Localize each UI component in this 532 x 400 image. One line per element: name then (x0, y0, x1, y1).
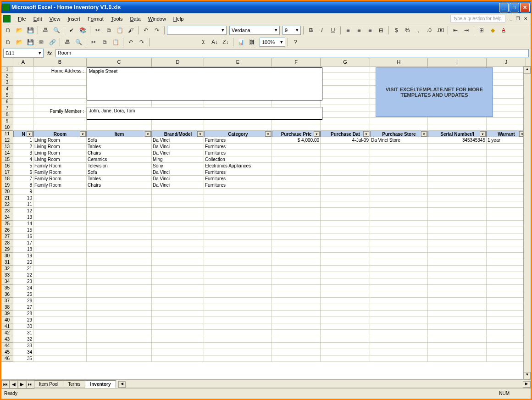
cell[interactable]: Living Room (33, 156, 87, 163)
cell[interactable] (272, 349, 321, 356)
cell[interactable] (321, 285, 370, 291)
new-button[interactable]: 🗋 (3, 25, 13, 35)
filter-header[interactable]: Brand/Model▼ (152, 131, 204, 137)
tab-nav-first[interactable]: ⏮ (1, 380, 10, 389)
cell[interactable] (272, 214, 321, 221)
cell[interactable] (321, 253, 370, 259)
cell[interactable] (204, 304, 272, 311)
cell[interactable] (428, 246, 487, 253)
cell[interactable] (272, 304, 321, 311)
cell[interactable]: Furnitures (204, 169, 272, 176)
cell[interactable] (87, 253, 152, 259)
cell[interactable] (204, 259, 272, 266)
cell[interactable]: Furnitures (204, 144, 272, 150)
cell[interactable]: Da Vinci (152, 150, 204, 156)
filter-header[interactable]: Purchase Pric▼ (272, 131, 321, 137)
borders-button[interactable]: ⊞ (477, 25, 487, 35)
cell[interactable] (272, 176, 321, 182)
zoom-combo[interactable]: 100%▾ (260, 38, 285, 47)
cell[interactable] (370, 330, 428, 336)
cell[interactable]: Furnitures (204, 182, 272, 189)
horizontal-scrollbar[interactable]: ◀ ▶ (118, 381, 531, 388)
cell[interactable] (487, 214, 526, 221)
cell[interactable] (487, 330, 526, 336)
cell[interactable] (272, 182, 321, 189)
family-member-box[interactable]: John, Jane, Dora, Tom (87, 107, 322, 120)
cell[interactable] (370, 246, 428, 253)
cell[interactable] (487, 163, 526, 169)
cell[interactable] (370, 356, 428, 362)
cell[interactable] (321, 201, 370, 208)
row-header[interactable]: 17 (1, 169, 13, 176)
cell[interactable]: $ 4,000.00 (272, 137, 321, 144)
cell[interactable] (370, 349, 428, 356)
cell[interactable] (152, 240, 204, 246)
cell[interactable] (370, 214, 428, 221)
cell[interactable] (204, 323, 272, 330)
cell[interactable] (487, 304, 526, 311)
cell[interactable]: 20 (13, 259, 33, 266)
cell[interactable] (33, 356, 87, 362)
cell[interactable] (321, 272, 370, 278)
cell[interactable] (87, 266, 152, 272)
cell[interactable] (87, 259, 152, 266)
cell[interactable] (13, 124, 33, 131)
cell[interactable] (487, 208, 526, 214)
cell[interactable]: Family Room (33, 176, 87, 182)
cell[interactable] (204, 330, 272, 336)
cell[interactable] (428, 208, 487, 214)
tb2-btn-11[interactable]: ↶ (126, 37, 136, 47)
cell[interactable] (370, 195, 428, 201)
vertical-scrollbar[interactable]: ▲ ▼ (523, 67, 531, 379)
cell[interactable] (33, 124, 87, 131)
cell[interactable] (152, 356, 204, 362)
cell[interactable] (204, 336, 272, 343)
cell[interactable] (370, 233, 428, 240)
cell[interactable] (487, 221, 526, 227)
name-box[interactable]: B11▾ (3, 49, 44, 58)
filter-header[interactable]: Room▼ (33, 131, 87, 137)
comma-button[interactable]: , (413, 25, 423, 35)
autosum-button[interactable]: Σ (199, 37, 209, 47)
currency-button[interactable]: $ (391, 25, 401, 35)
tab-nav-prev[interactable]: ◀ (10, 380, 18, 389)
cell[interactable] (33, 253, 87, 259)
align-center-button[interactable]: ≡ (354, 25, 364, 35)
filter-dropdown-icon[interactable]: ▼ (27, 131, 33, 137)
cell[interactable]: 5 (13, 163, 33, 169)
cell[interactable] (487, 189, 526, 195)
cell[interactable] (321, 330, 370, 336)
cell[interactable] (204, 189, 272, 195)
cell[interactable] (321, 208, 370, 214)
column-header-H[interactable]: H (370, 58, 428, 66)
cell[interactable]: 6 (13, 169, 33, 176)
cell[interactable] (370, 163, 428, 169)
cell[interactable]: 34 (13, 349, 33, 356)
cell[interactable] (33, 323, 87, 330)
cell[interactable] (204, 298, 272, 304)
doc-restore-button[interactable]: ❐ (515, 16, 521, 21)
redo-button[interactable]: ↷ (152, 25, 162, 35)
cell[interactable] (204, 208, 272, 214)
italic-button[interactable]: I (317, 25, 327, 35)
cell[interactable] (87, 330, 152, 336)
cell[interactable] (204, 356, 272, 362)
format-painter-button[interactable]: 🖌 (126, 25, 136, 35)
row-header[interactable]: 37 (1, 298, 13, 304)
select-all-corner[interactable] (1, 58, 13, 66)
cell[interactable]: Living Room (33, 150, 87, 156)
cell[interactable] (204, 240, 272, 246)
cell[interactable] (33, 240, 87, 246)
cell[interactable] (370, 298, 428, 304)
row-header[interactable]: 19 (1, 182, 13, 189)
row-header[interactable]: 10 (1, 124, 13, 131)
cell[interactable] (487, 336, 526, 343)
cell[interactable] (272, 356, 321, 362)
cell[interactable] (428, 189, 487, 195)
cell[interactable] (487, 195, 526, 201)
percent-button[interactable]: % (402, 25, 412, 35)
column-header-C[interactable]: C (87, 58, 152, 66)
cell[interactable] (370, 144, 428, 150)
cell[interactable] (33, 227, 87, 233)
row-header[interactable]: 22 (1, 201, 13, 208)
